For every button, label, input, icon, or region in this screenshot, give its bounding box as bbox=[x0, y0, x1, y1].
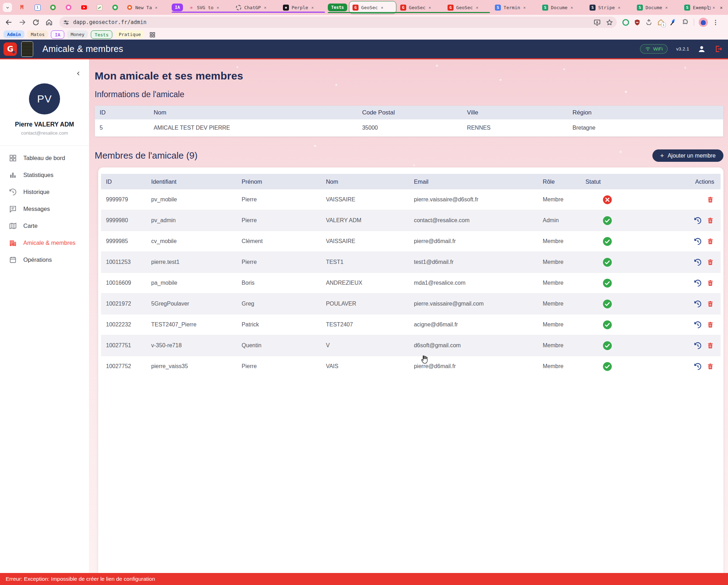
close-tab-icon[interactable]: ✕ bbox=[311, 5, 314, 10]
extension-home-icon[interactable]: 1 bbox=[657, 18, 665, 26]
tab[interactable]: GGeoSec✕ bbox=[397, 1, 444, 13]
s-green-favicon: S bbox=[684, 4, 691, 11]
tab[interactable]: SDocume✕ bbox=[539, 1, 586, 13]
member-status bbox=[581, 341, 666, 350]
extensions-puzzle-icon[interactable] bbox=[682, 19, 689, 26]
pinned-tab-pink-app[interactable] bbox=[61, 1, 76, 13]
pinned-tab-calendar[interactable]: 1 bbox=[30, 1, 45, 13]
delete-member-button[interactable] bbox=[706, 279, 714, 287]
member-row[interactable]: 100219725GregPoulaverGregPOULAVERpierre.… bbox=[101, 293, 721, 314]
delete-member-button[interactable] bbox=[706, 300, 714, 308]
tab[interactable]: SDocume✕ bbox=[634, 1, 680, 13]
member-row[interactable]: 10011253pierre.test1PierreTEST1test1@d6m… bbox=[101, 252, 721, 272]
close-tab-icon[interactable]: ✕ bbox=[571, 5, 573, 10]
member-row[interactable]: 9999985cv_mobileClémentVAISSAIREpierre@d… bbox=[101, 231, 721, 252]
delete-member-button[interactable] bbox=[706, 362, 714, 370]
delete-member-button[interactable] bbox=[706, 258, 714, 266]
bookmark-group-pratique[interactable]: Pratique bbox=[115, 30, 144, 38]
apps-grid-icon[interactable] bbox=[149, 32, 155, 38]
home-button[interactable] bbox=[43, 16, 55, 28]
sidebar-collapse-button[interactable] bbox=[76, 71, 81, 78]
member-history-button[interactable] bbox=[694, 362, 702, 370]
close-tab-icon[interactable]: ✕ bbox=[381, 5, 384, 10]
tab-search-button[interactable] bbox=[3, 3, 12, 12]
sidebar-item-op-rations[interactable]: Opérations bbox=[0, 251, 89, 268]
bookmark-group-admin[interactable]: Admin bbox=[4, 30, 24, 38]
bookmark-group-matos[interactable]: Matos bbox=[27, 30, 48, 38]
sidebar-item-messages[interactable]: Messages bbox=[0, 200, 89, 217]
member-row[interactable]: 9999980pv_adminPierreVALERY ADMcontact@r… bbox=[101, 210, 721, 231]
close-button[interactable]: ✕ bbox=[718, 5, 724, 10]
pinned-tab-gmail[interactable]: M bbox=[14, 1, 30, 13]
member-role: Membre bbox=[538, 196, 581, 203]
reload-icon bbox=[32, 19, 40, 26]
sidebar-item-historique[interactable]: Historique bbox=[0, 183, 89, 200]
delete-member-button[interactable] bbox=[706, 217, 714, 224]
sidebar-item-statistiques[interactable]: Statistiques bbox=[0, 166, 89, 183]
close-tab-icon[interactable]: ✕ bbox=[429, 5, 431, 10]
member-history-button[interactable] bbox=[694, 237, 702, 245]
sidebar-item-amicale-membres[interactable]: Amicale & membres bbox=[0, 234, 89, 251]
add-member-label: Ajouter un membre bbox=[668, 153, 716, 159]
sidebar-item-tableau-de-bord[interactable]: Tableau de bord bbox=[0, 149, 89, 166]
member-actions bbox=[666, 258, 721, 266]
close-tab-icon[interactable]: ✕ bbox=[217, 5, 219, 10]
close-tab-icon[interactable]: ✕ bbox=[618, 5, 621, 10]
close-tab-icon[interactable]: ✕ bbox=[264, 5, 266, 10]
delete-member-button[interactable] bbox=[706, 321, 714, 329]
member-history-button[interactable] bbox=[694, 279, 702, 287]
profile-avatar-icon[interactable] bbox=[699, 18, 708, 27]
tab-group-chip[interactable]: IA bbox=[172, 4, 183, 11]
extension-grammarly-icon[interactable] bbox=[622, 19, 629, 26]
member-row[interactable]: 9999979pv_mobilePierreVAISSAIREpierre.va… bbox=[101, 189, 721, 210]
user-icon[interactable] bbox=[698, 45, 706, 53]
member-row[interactable]: 10027751v-350-re718QuentinVd6soft@gmail.… bbox=[101, 335, 721, 356]
tab[interactable]: STermin✕ bbox=[492, 1, 538, 13]
pinned-tab-youtube[interactable] bbox=[76, 1, 92, 13]
close-tab-icon[interactable]: ✕ bbox=[476, 5, 479, 10]
close-tab-icon[interactable]: ✕ bbox=[665, 5, 668, 10]
history-icon bbox=[694, 300, 702, 308]
extension-pen-icon[interactable] bbox=[669, 18, 677, 26]
maximize-button[interactable]: □ bbox=[706, 5, 712, 10]
tab[interactable]: New Ta✕ bbox=[123, 1, 170, 13]
url-text[interactable]: dapp.geosector.fr/admin bbox=[73, 19, 593, 25]
bookmark-group-money[interactable]: Money bbox=[67, 30, 88, 38]
member-history-button[interactable] bbox=[694, 217, 702, 224]
close-tab-icon[interactable]: ✕ bbox=[523, 5, 526, 10]
close-tab-icon[interactable]: ✕ bbox=[155, 5, 158, 10]
member-history-button[interactable] bbox=[694, 300, 702, 308]
member-history-button[interactable] bbox=[694, 258, 702, 266]
member-row[interactable]: 10022232TEST2407_PierrePatrickTEST2407ac… bbox=[101, 314, 721, 335]
member-row[interactable]: 10016609pa_mobileBorisANDREZIEUXmda1@res… bbox=[101, 272, 721, 293]
bookmark-group-ia[interactable]: IA bbox=[51, 30, 64, 39]
forward-button[interactable] bbox=[16, 16, 28, 28]
bookmark-star-icon[interactable] bbox=[606, 19, 613, 26]
delete-member-button[interactable] bbox=[706, 237, 714, 245]
add-member-button[interactable]: + Ajouter un membre bbox=[652, 149, 723, 162]
back-button[interactable] bbox=[3, 16, 15, 28]
menu-dots-icon[interactable]: ⋮ bbox=[712, 19, 718, 26]
install-app-icon[interactable] bbox=[593, 19, 601, 26]
pinned-tab-notes-app[interactable] bbox=[92, 1, 107, 13]
member-history-button[interactable] bbox=[694, 342, 702, 349]
extension-shield-icon[interactable] bbox=[634, 19, 641, 26]
extension-recycle-icon[interactable] bbox=[645, 19, 652, 26]
tab[interactable]: SStripe✕ bbox=[586, 1, 633, 13]
member-history-button[interactable] bbox=[694, 321, 702, 329]
minimize-button[interactable]: — bbox=[694, 5, 700, 10]
reload-button[interactable] bbox=[30, 16, 42, 28]
member-row[interactable]: 10027752pierre_vaiss35PierreVAISpierre@d… bbox=[101, 356, 721, 377]
address-bar[interactable]: dapp.geosector.fr/admin bbox=[59, 17, 617, 28]
bookmark-group-tests[interactable]: Tests bbox=[91, 30, 112, 39]
logout-icon[interactable] bbox=[714, 45, 722, 53]
tab-group-chip[interactable]: Tests bbox=[328, 4, 347, 11]
member-status bbox=[581, 299, 666, 309]
sidebar-item-carte[interactable]: Carte bbox=[0, 217, 89, 234]
site-info-icon[interactable] bbox=[63, 19, 70, 26]
delete-member-button[interactable] bbox=[706, 196, 714, 203]
tab[interactable]: GGeoSec✕ bbox=[444, 1, 491, 13]
delete-member-button[interactable] bbox=[706, 342, 714, 349]
pinned-tab-green-badge[interactable] bbox=[107, 1, 123, 13]
pinned-tab-green-app[interactable] bbox=[45, 1, 61, 13]
